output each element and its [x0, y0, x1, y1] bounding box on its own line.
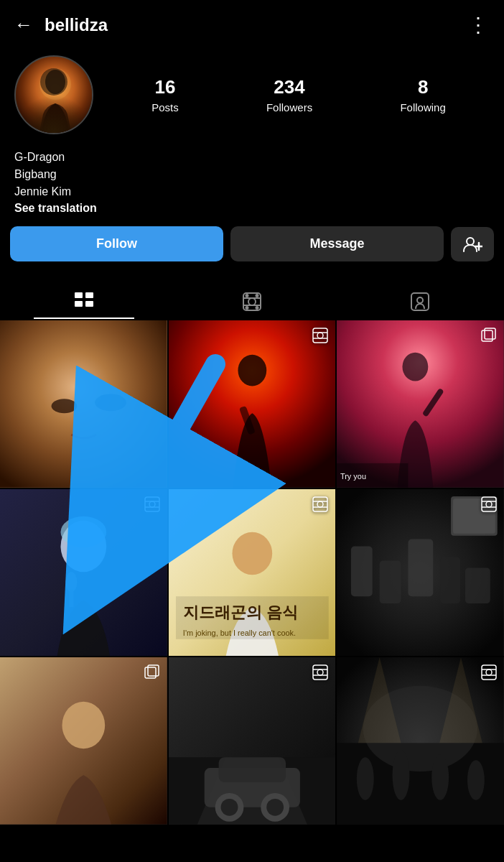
svg-rect-58: [380, 560, 401, 603]
username-title: bellidza: [45, 15, 108, 35]
see-translation-button[interactable]: See translation: [14, 202, 490, 215]
following-stat[interactable]: 8 Following: [400, 76, 445, 113]
svg-rect-6: [75, 292, 83, 298]
grid-item-3[interactable]: Try you: [337, 320, 504, 488]
followers-stat[interactable]: 234 Followers: [266, 76, 312, 113]
followers-count: 234: [274, 76, 304, 98]
grid-item-1[interactable]: [0, 320, 167, 488]
svg-rect-8: [75, 301, 83, 307]
follow-button[interactable]: Follow: [10, 226, 223, 261]
svg-rect-64: [482, 497, 496, 511]
grid-thumb-9: [337, 657, 504, 825]
reels-tab-icon: [242, 292, 262, 312]
tab-reels[interactable]: [168, 283, 336, 319]
svg-point-19: [417, 297, 423, 303]
grid-tab-icon: [74, 292, 94, 312]
svg-rect-43: [145, 497, 159, 511]
svg-point-89: [393, 751, 410, 801]
grid-item-8[interactable]: [169, 657, 336, 825]
svg-text:Try you: Try you: [340, 472, 366, 481]
svg-point-23: [95, 394, 126, 411]
tagged-tab-icon: [410, 292, 430, 312]
reel-icon-4: [144, 496, 160, 516]
more-options-button[interactable]: ⋮: [468, 13, 490, 37]
followers-label: Followers: [266, 101, 312, 113]
svg-rect-27: [313, 328, 327, 343]
svg-rect-61: [465, 567, 490, 603]
multi-icon-7: [144, 664, 160, 684]
grid-item-4[interactable]: [0, 489, 167, 657]
add-person-icon: [462, 236, 482, 253]
svg-point-40: [61, 516, 107, 547]
bio-line-3: Jennie Kim: [14, 183, 490, 200]
tabs-bar: [0, 276, 504, 319]
svg-rect-75: [218, 758, 285, 783]
svg-point-15: [256, 295, 258, 297]
svg-point-3: [467, 238, 474, 245]
grid-item-5[interactable]: 지드래곤의 음식 I'm joking, but I really can't …: [169, 489, 336, 657]
svg-point-48: [232, 532, 272, 575]
grid-thumb-2: [169, 320, 336, 488]
grid-item-7[interactable]: [0, 657, 167, 825]
svg-point-32: [403, 353, 429, 381]
grid-thumb-3: Try you: [337, 320, 504, 488]
svg-point-90: [432, 755, 449, 801]
svg-point-69: [62, 702, 106, 749]
grid-item-6[interactable]: [337, 489, 504, 657]
avatar: [14, 55, 93, 134]
reel-icon-2: [312, 328, 328, 347]
svg-point-93: [486, 669, 492, 675]
bio-line-2: Bigbang: [14, 166, 490, 183]
svg-point-91: [467, 761, 485, 801]
svg-rect-59: [409, 539, 434, 596]
stats-container: 16 Posts 234 Followers 8 Following: [108, 76, 490, 113]
bio-line-1: G-Dragon: [14, 149, 490, 166]
photo-grid: Try you: [0, 320, 504, 825]
reel-icon-9: [481, 664, 497, 684]
grid-section: Try you: [0, 320, 504, 825]
svg-rect-80: [313, 665, 327, 680]
svg-point-79: [266, 799, 284, 816]
reel-icon-6: [481, 496, 497, 516]
svg-rect-60: [441, 557, 461, 603]
reel-icon-5: [312, 496, 328, 516]
svg-point-65: [486, 501, 492, 507]
grid-thumb-8: [169, 657, 336, 825]
grid-thumb-6: [337, 489, 504, 657]
svg-point-77: [220, 799, 238, 816]
svg-point-11: [248, 298, 256, 305]
tab-tagged[interactable]: [336, 283, 504, 319]
svg-rect-18: [411, 293, 429, 310]
grid-thumb-1: [0, 320, 167, 488]
svg-rect-9: [85, 301, 93, 307]
reel-icon-8: [312, 664, 328, 684]
avatar-image: [16, 57, 92, 133]
svg-point-25: [238, 355, 266, 386]
svg-point-14: [246, 295, 248, 297]
svg-point-88: [357, 758, 374, 801]
posts-stat[interactable]: 16 Posts: [151, 76, 179, 113]
svg-rect-42: [69, 589, 73, 607]
svg-point-53: [317, 501, 323, 507]
tab-grid[interactable]: [0, 283, 168, 319]
grid-item-2[interactable]: [169, 320, 336, 488]
svg-rect-92: [482, 665, 496, 680]
svg-point-81: [317, 669, 323, 675]
header-left: ← bellidza: [14, 14, 108, 36]
bio-section: G-Dragon Bigbang Jennie Kim See translat…: [0, 146, 504, 226]
svg-rect-0: [16, 57, 93, 134]
svg-point-16: [246, 307, 248, 309]
header: ← bellidza ⋮: [0, 0, 504, 47]
grid-item-9[interactable]: [337, 657, 504, 825]
svg-text:지드래곤의 음식: 지드래곤의 음식: [183, 603, 298, 621]
svg-point-22: [52, 399, 78, 413]
back-button[interactable]: ←: [14, 14, 33, 36]
svg-point-1: [45, 70, 65, 94]
grid-thumb-4: [0, 489, 167, 657]
message-button[interactable]: Message: [230, 226, 444, 261]
add-person-button[interactable]: [451, 227, 494, 261]
svg-point-2: [39, 68, 71, 100]
action-buttons: Follow Message: [0, 226, 504, 276]
following-label: Following: [400, 101, 445, 113]
svg-point-41: [65, 572, 77, 592]
